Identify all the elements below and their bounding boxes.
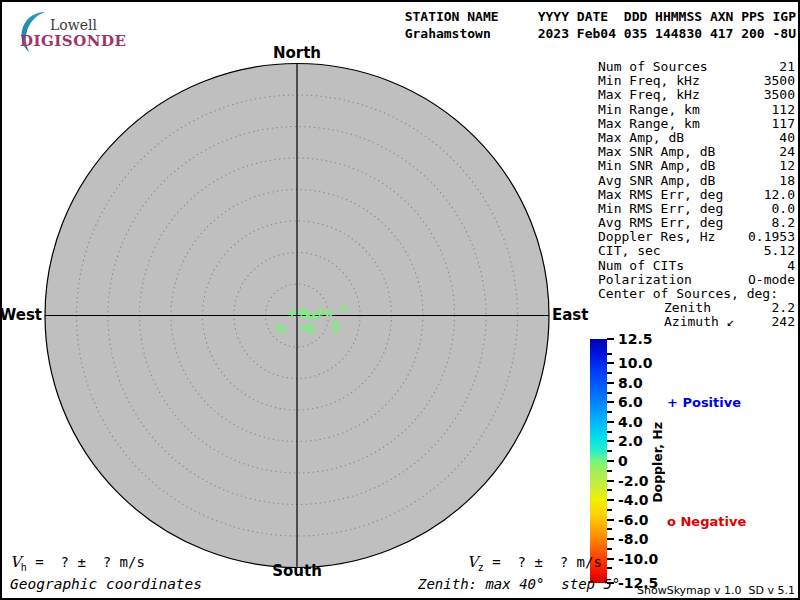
colorbar-minor-tick — [607, 509, 612, 511]
colorbar-major-tick — [607, 558, 614, 560]
param-value: 12.0 — [764, 188, 795, 202]
colorbar-tick-label: 8.0 — [618, 374, 643, 390]
station-header-row1: STATION NAME YYYY DATE DDD HHMMSS AXN PP… — [405, 9, 796, 24]
param-row: Avg RMS Err, deg8.2 — [598, 216, 795, 230]
param-value: 4 — [787, 259, 795, 273]
colorbar-ticks: 12.510.08.06.04.02.00-2.0-4.0-6.0-8.0-10… — [607, 339, 677, 585]
colorbar-tick-label: -2.0 — [618, 472, 649, 488]
param-list: Num of Sources21Min Freq, kHz3500Max Fre… — [598, 60, 795, 330]
param-value: 12 — [779, 159, 795, 173]
colorbar-major-tick — [607, 362, 614, 364]
param-label: Doppler Res, Hz — [598, 230, 715, 244]
logo-lowell-text: Lowell — [50, 17, 97, 33]
param-row: Min Freq, kHz3500 — [598, 74, 795, 88]
colorbar-major-tick — [607, 440, 614, 442]
param-row: Max Freq, kHz3500 — [598, 88, 795, 102]
param-row: Zenith2.2 — [598, 301, 795, 315]
colorbar-major-tick — [607, 460, 614, 462]
param-value: 0.1953 — [748, 230, 795, 244]
colorbar-tick-label: 0 — [618, 453, 628, 469]
geographic-coordinates-label: Geographic coordinates — [10, 576, 202, 592]
station-header: STATION NAME YYYY DATE DDD HHMMSS AXN PP… — [405, 8, 796, 42]
label-north: North — [273, 44, 321, 62]
colorbar-tick-label: -8.0 — [618, 531, 649, 547]
vh-value: = ? ± ? m/s — [27, 554, 145, 570]
param-label: Center of Sources, deg: — [598, 287, 778, 301]
param-row: Min Range, km112 — [598, 103, 795, 117]
vz-value: = ? ± ? m/s — [484, 554, 602, 570]
zenith-range-note: Zenith: max 40° step 5° — [418, 576, 620, 592]
vh-symbol: V — [10, 553, 21, 571]
param-label: Num of Sources — [598, 60, 708, 74]
param-value: 0.0 — [772, 202, 795, 216]
colorbar-tick-label: -10.0 — [618, 550, 658, 566]
colorbar-major-tick — [607, 401, 614, 403]
colorbar-major-tick — [607, 382, 614, 384]
colorbar-major-tick — [607, 421, 614, 423]
param-label: Avg RMS Err, deg — [598, 216, 723, 230]
param-label: CIT, sec — [598, 244, 661, 258]
lowell-digisonde-logo: Lowell DIGISONDE — [8, 5, 128, 53]
param-value: 3500 — [764, 88, 795, 102]
param-label: Max Amp, dB — [598, 131, 684, 145]
version-label: ShowSkymap v 1.0 SD v 5.1 — [637, 584, 795, 597]
colorbar-minor-tick — [607, 353, 612, 355]
colorbar-tick-label: -4.0 — [618, 492, 649, 508]
param-label: Min RMS Err, deg — [598, 202, 723, 216]
param-label: Min SNR Amp, dB — [598, 159, 715, 173]
param-row: Max Amp, dB40 — [598, 131, 795, 145]
colorbar-major-tick — [607, 338, 614, 340]
param-label: Azimuth ↙ — [598, 315, 734, 329]
param-label: Max SNR Amp, dB — [598, 145, 715, 159]
positive-doppler-legend: + Positive — [667, 395, 741, 410]
param-value: 5.12 — [764, 244, 795, 258]
vz-readout: Vz = ? ± ? m/s — [467, 553, 602, 573]
param-value: 117 — [772, 117, 795, 131]
param-value: 2.2 — [772, 301, 795, 315]
vz-symbol: V — [467, 553, 478, 571]
param-value: 21 — [779, 60, 795, 74]
param-label: Zenith — [598, 301, 711, 315]
param-value: 242 — [772, 315, 795, 329]
param-row: Doppler Res, Hz0.1953 — [598, 230, 795, 244]
param-row: Azimuth ↙242 — [598, 315, 795, 329]
param-label: Num of CITs — [598, 259, 684, 273]
param-value: 18 — [779, 174, 795, 188]
colorbar-tick-label: 4.0 — [618, 413, 643, 429]
param-row: Avg SNR Amp, dB18 — [598, 174, 795, 188]
negative-doppler-legend: o Negative — [667, 514, 746, 529]
colorbar-minor-tick — [607, 470, 612, 472]
logo-digisonde-text: DIGISONDE — [20, 32, 126, 50]
param-label: Max Range, km — [598, 117, 700, 131]
param-row: Max SNR Amp, dB24 — [598, 145, 795, 159]
param-row: Max RMS Err, deg12.0 — [598, 188, 795, 202]
param-value: 112 — [772, 103, 795, 117]
colorbar-major-tick — [607, 519, 614, 521]
colorbar-axis-label: Doppler, Hz — [650, 422, 665, 503]
colorbar-tick-label: 2.0 — [618, 433, 643, 449]
param-row: Center of Sources, deg: — [598, 287, 795, 301]
param-label: Min Range, km — [598, 103, 700, 117]
colorbar-minor-tick — [607, 450, 612, 452]
label-east: East — [552, 306, 588, 324]
colorbar-minor-tick — [607, 528, 612, 530]
param-row: Min RMS Err, deg0.0 — [598, 202, 795, 216]
label-west: West — [0, 306, 42, 324]
colorbar-major-tick — [607, 499, 614, 501]
colorbar-minor-tick — [607, 489, 612, 491]
param-label: Max Freq, kHz — [598, 88, 700, 102]
param-label: Min Freq, kHz — [598, 74, 700, 88]
param-row: CIT, sec5.12 — [598, 244, 795, 258]
param-label: Max RMS Err, deg — [598, 188, 723, 202]
param-value: O-mode — [748, 273, 795, 287]
param-value: 8.2 — [772, 216, 795, 230]
colorbar-gradient — [590, 339, 607, 583]
colorbar-tick-label: 6.0 — [618, 394, 643, 410]
colorbar-tick-label: 10.0 — [618, 355, 653, 371]
colorbar-minor-tick — [607, 431, 612, 433]
param-row: Max Range, km117 — [598, 117, 795, 131]
colorbar-tick-label: 12.5 — [618, 331, 653, 347]
param-value: 40 — [779, 131, 795, 145]
colorbar-minor-tick — [607, 392, 612, 394]
param-row: Num of Sources21 — [598, 60, 795, 74]
